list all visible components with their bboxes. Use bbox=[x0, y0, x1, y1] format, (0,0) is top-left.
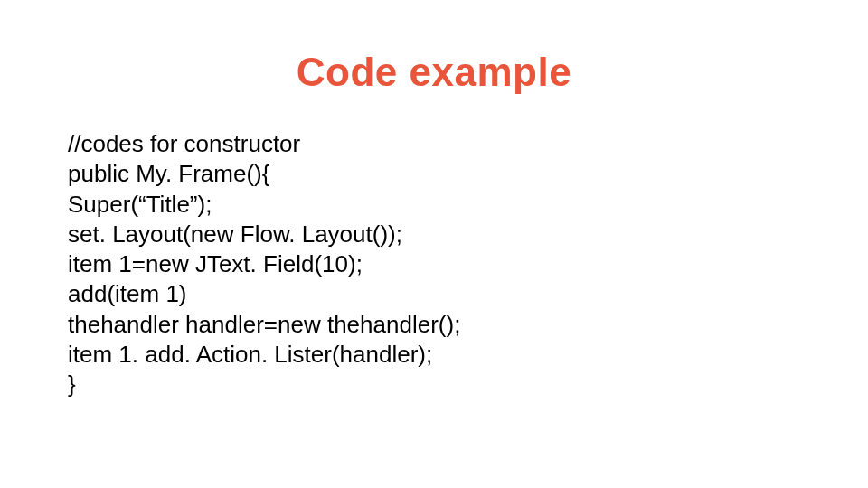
code-line: item 1=new JText. Field(10); bbox=[68, 249, 800, 279]
code-line: } bbox=[68, 370, 800, 399]
code-line: Super(“Title”); bbox=[68, 190, 800, 220]
code-line: add(item 1) bbox=[68, 279, 800, 309]
slide-title: Code example bbox=[68, 50, 800, 95]
code-line: item 1. add. Action. Lister(handler); bbox=[68, 340, 800, 370]
code-line: public My. Frame(){ bbox=[68, 159, 800, 189]
code-line: set. Layout(new Flow. Layout()); bbox=[68, 220, 800, 249]
code-line: //codes for constructor bbox=[68, 129, 800, 159]
code-line: thehandler handler=new thehandler(); bbox=[68, 310, 800, 340]
slide: Code example //codes for constructor pub… bbox=[0, 0, 868, 488]
code-block: //codes for constructor public My. Frame… bbox=[68, 129, 800, 399]
